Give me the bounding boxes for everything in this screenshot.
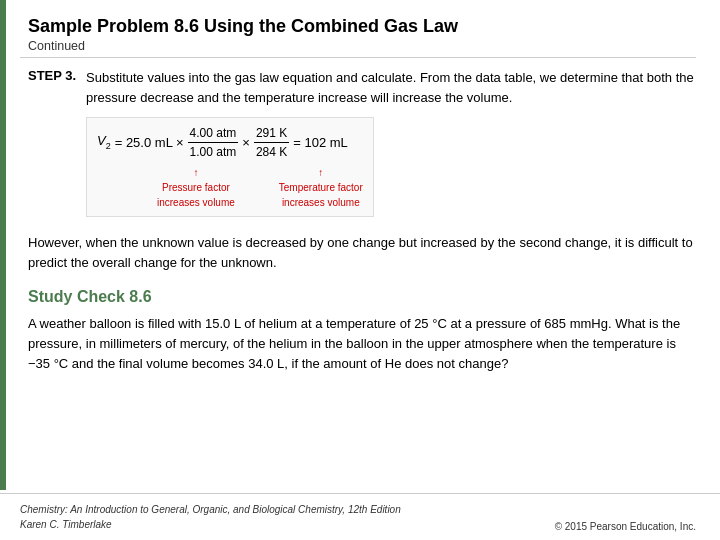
footer-left-line1: Chemistry: An Introduction to General, O…	[20, 502, 401, 517]
however-text: However, when the unknown value is decre…	[20, 233, 696, 272]
continued-label: Continued	[20, 39, 696, 53]
footer-left: Chemistry: An Introduction to General, O…	[20, 502, 401, 532]
title-sample: Sample Problem 8.6	[28, 16, 199, 37]
fraction2: 291 K 284 K	[254, 124, 289, 161]
label2-arrow: ↑	[318, 165, 323, 180]
title-rest: Using the Combined Gas Law	[204, 16, 458, 37]
eq-equals: = 25.0 mL ×	[115, 133, 184, 153]
step3-row: STEP 3. Substitute values into the gas l…	[20, 68, 696, 223]
title-divider	[20, 57, 696, 58]
label1-line2: increases volume	[157, 195, 235, 210]
fraction1: 4.00 atm 1.00 atm	[188, 124, 239, 161]
frac1-den: 1.00 atm	[188, 143, 239, 161]
frac1-num: 4.00 atm	[188, 124, 239, 143]
step3-label: STEP 3.	[28, 68, 86, 223]
v2-symbol: V2	[97, 131, 111, 153]
step3-text: Substitute values into the gas law equat…	[86, 70, 694, 105]
step3-content: Substitute values into the gas law equat…	[86, 68, 696, 223]
study-check-text: A weather balloon is filled with 15.0 L …	[20, 314, 696, 374]
label1-arrow: ↑	[193, 165, 198, 180]
footer-right: © 2015 Pearson Education, Inc.	[555, 521, 696, 532]
times-symbol: ×	[242, 133, 250, 153]
footer: Chemistry: An Introduction to General, O…	[0, 493, 720, 540]
label2-line1: Temperature factor	[279, 180, 363, 195]
title-row: Sample Problem 8.6 Using the Combined Ga…	[20, 16, 696, 37]
page: Sample Problem 8.6 Using the Combined Ga…	[0, 0, 720, 540]
eq-row: V2 = 25.0 mL × 4.00 atm 1.00 atm × 291 K…	[97, 124, 363, 161]
eq-result: = 102 mL	[293, 133, 348, 153]
frac2-num: 291 K	[254, 124, 289, 143]
main-content: Sample Problem 8.6 Using the Combined Ga…	[0, 0, 720, 493]
label1-line1: Pressure factor	[162, 180, 230, 195]
frac2-den: 284 K	[254, 143, 289, 161]
equation-box: V2 = 25.0 mL × 4.00 atm 1.00 atm × 291 K…	[86, 117, 374, 217]
label2-line2: increases volume	[282, 195, 360, 210]
footer-left-line2: Karen C. Timberlake	[20, 517, 401, 532]
study-check-title: Study Check 8.6	[20, 288, 696, 306]
